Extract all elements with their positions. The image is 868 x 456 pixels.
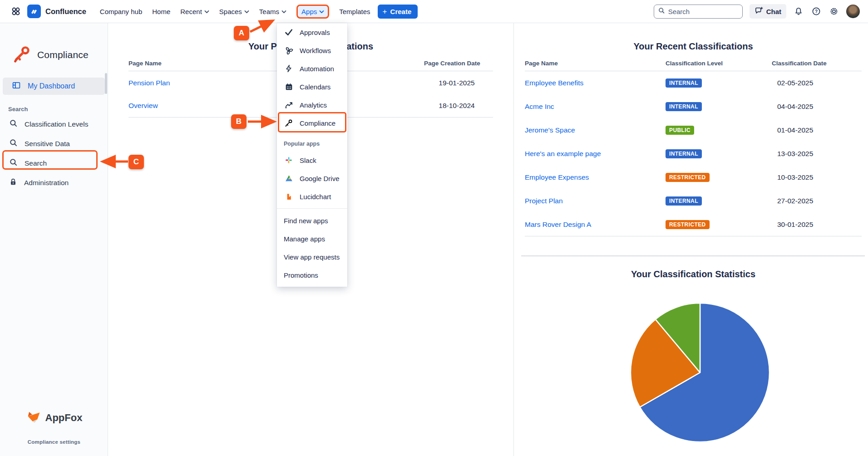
page-creation-date: 19-01-2025: [420, 79, 493, 87]
sidebar-item-sensitive-data[interactable]: Sensitive Data: [0, 134, 108, 153]
apps-menu-item-calendars[interactable]: Calendars: [277, 78, 347, 96]
app-switcher-icon[interactable]: [11, 6, 21, 16]
sidebar-scrollbar[interactable]: [105, 73, 107, 94]
page-link[interactable]: Overview: [128, 102, 420, 110]
classification-level-cell: PUBLIC: [666, 126, 772, 135]
apps-menu-item-promotions[interactable]: Promotions: [277, 266, 347, 284]
menu-item-label: Calendars: [300, 83, 330, 91]
menu-divider: [277, 208, 347, 209]
page-link[interactable]: Employee Expenses: [525, 173, 666, 181]
menu-item-label: Promotions: [284, 271, 318, 279]
classification-badge: RESTRICTED: [666, 173, 710, 182]
apps-menu-item-compliance[interactable]: Compliance: [277, 114, 347, 132]
chat-icon: [755, 6, 763, 16]
classification-level-cell: RESTRICTED: [666, 220, 772, 229]
page-link[interactable]: Employee Benefits: [525, 79, 666, 87]
table-row: Employee BenefitsINTERNAL02-05-2025: [525, 71, 862, 95]
classification-badge: INTERNAL: [666, 78, 702, 88]
sidebar-item-search[interactable]: Search: [0, 153, 108, 173]
sidebar-item-administration[interactable]: Administration: [0, 173, 108, 192]
compliance-icon: [284, 118, 294, 128]
help-icon[interactable]: ?: [811, 6, 822, 17]
column-header: Page Name: [525, 60, 666, 67]
apps-menu-item-lucidchart[interactable]: Lucidchart: [277, 187, 347, 206]
chevron-down-icon: [319, 10, 324, 14]
menu-item-label: Slack: [300, 157, 316, 164]
workflows-icon: [284, 45, 294, 55]
user-avatar[interactable]: [846, 5, 860, 18]
svg-text:?: ?: [815, 9, 818, 14]
sidebar-item-my-dashboard[interactable]: My Dashboard: [3, 78, 105, 95]
nav-item-spaces[interactable]: Spaces: [219, 8, 249, 15]
section-divider: [521, 255, 865, 256]
classification-level-cell: RESTRICTED: [666, 173, 772, 182]
notifications-bell-icon[interactable]: [793, 6, 804, 17]
sidebar-footer: AppFox Compliance settings: [0, 410, 108, 445]
nav-item-templates[interactable]: Templates: [339, 8, 370, 15]
classification-statistics-pie-chart: [630, 302, 770, 442]
sidebar-section-search: Search: [8, 106, 108, 113]
lock-icon: [9, 178, 17, 188]
classification-badge: RESTRICTED: [666, 220, 710, 229]
search-input[interactable]: [668, 8, 732, 15]
automation-icon: [284, 64, 294, 74]
top-navbar: Confluence Company hubHomeRecentSpacesTe…: [0, 0, 868, 23]
search-icon: [9, 158, 18, 168]
create-button[interactable]: + Create: [378, 5, 418, 19]
search-icon: [658, 7, 665, 16]
apps-menu-item-approvals[interactable]: Approvals: [277, 23, 347, 41]
sidebar-item-classification-levels[interactable]: Classification Levels: [0, 114, 108, 134]
apps-menu-item-automation[interactable]: Automation: [277, 59, 347, 78]
settings-gear-icon[interactable]: [829, 6, 839, 17]
apps-menu-item-google-drive[interactable]: Google Drive: [277, 169, 347, 187]
page-link[interactable]: Acme Inc: [525, 103, 666, 111]
slack-icon: [284, 155, 294, 165]
classification-level-cell: INTERNAL: [666, 78, 772, 88]
confluence-logo-icon[interactable]: [27, 5, 41, 18]
classification-badge: INTERNAL: [666, 102, 702, 111]
page-link[interactable]: Jerome's Space: [525, 126, 666, 134]
apps-menu-item-find-new-apps[interactable]: Find new apps: [277, 211, 347, 230]
apps-menu-item-slack[interactable]: Slack: [277, 151, 347, 169]
menu-item-label: Lucidchart: [300, 193, 331, 201]
nav-item-recent[interactable]: Recent: [180, 8, 209, 15]
analytics-icon: [284, 100, 294, 110]
compliance-settings-label[interactable]: Compliance settings: [0, 439, 108, 445]
chat-button[interactable]: Chat: [750, 4, 786, 19]
menu-item-label: Approvals: [300, 29, 330, 36]
sidebar-item-label: My Dashboard: [28, 82, 75, 90]
page-link[interactable]: Mars Rover Design A: [525, 221, 666, 229]
chevron-down-icon: [281, 10, 286, 14]
apps-menu-item-manage-apps[interactable]: Manage apps: [277, 230, 347, 248]
menu-item-label: Compliance: [300, 119, 335, 127]
apps-menu-item-analytics[interactable]: Analytics: [277, 96, 347, 114]
global-search[interactable]: [654, 5, 743, 19]
table-row: Acme IncINTERNAL04-04-2025: [525, 95, 862, 118]
approvals-icon: [284, 27, 294, 37]
nav-item-teams[interactable]: Teams: [259, 8, 286, 15]
table-row: Here's an example pageINTERNAL13-03-2025: [525, 142, 862, 166]
classification-level-cell: INTERNAL: [666, 102, 772, 111]
compliance-logo-label: Compliance: [37, 49, 89, 60]
annotation-badge-c: C: [128, 155, 144, 169]
page-creation-date: 18-10-2024: [420, 102, 493, 110]
sidebar-item-label: Classification Levels: [25, 120, 88, 128]
compliance-sidebar: Compliance My Dashboard Search Classific…: [0, 23, 108, 456]
nav-item-home[interactable]: Home: [152, 8, 170, 15]
apps-menu-item-workflows[interactable]: Workflows: [277, 41, 347, 59]
classification-date: 10-03-2025: [772, 173, 862, 181]
nav-item-label: Spaces: [219, 8, 242, 15]
menu-item-label: Analytics: [300, 101, 327, 109]
nav-item-apps[interactable]: Apps: [296, 5, 329, 19]
page-link[interactable]: Project Plan: [525, 197, 666, 205]
nav-item-company-hub[interactable]: Company hub: [100, 8, 142, 15]
classification-date: 30-01-2025: [772, 221, 862, 229]
classification-level-cell: INTERNAL: [666, 196, 772, 206]
apps-menu-item-view-app-requests[interactable]: View app requests: [277, 248, 347, 266]
page-link[interactable]: Pension Plan: [128, 79, 420, 87]
annotation-badge-a: A: [234, 26, 249, 40]
page-link[interactable]: Here's an example page: [525, 150, 666, 158]
table-row: Project PlanINTERNAL27-02-2025: [525, 189, 862, 213]
search-icon: [9, 138, 18, 149]
table-row: Employee ExpensesRESTRICTED10-03-2025: [525, 166, 862, 189]
